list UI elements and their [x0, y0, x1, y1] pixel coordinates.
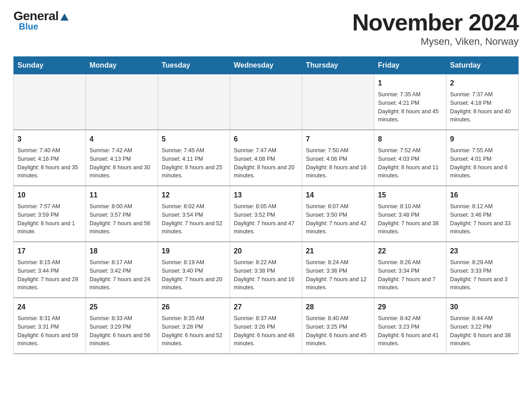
- calendar-cell: 28Sunrise: 8:40 AMSunset: 3:25 PMDayligh…: [302, 298, 374, 354]
- calendar-cell: 3Sunrise: 7:40 AMSunset: 4:16 PMDaylight…: [14, 130, 86, 186]
- day-number: 19: [162, 246, 226, 257]
- day-info: Sunrise: 8:31 AMSunset: 3:31 PMDaylight:…: [17, 314, 82, 348]
- day-number: 28: [306, 302, 370, 313]
- day-number: 25: [90, 302, 154, 313]
- calendar-row-0: 1Sunrise: 7:35 AMSunset: 4:21 PMDaylight…: [14, 74, 519, 130]
- calendar-cell: 21Sunrise: 8:24 AMSunset: 3:36 PMDayligh…: [302, 242, 374, 298]
- day-number: 16: [450, 190, 515, 201]
- day-info: Sunrise: 8:44 AMSunset: 3:22 PMDaylight:…: [450, 314, 515, 348]
- calendar-cell: 23Sunrise: 8:29 AMSunset: 3:33 PMDayligh…: [446, 242, 519, 298]
- calendar-cell: 14Sunrise: 8:07 AMSunset: 3:50 PMDayligh…: [302, 186, 374, 242]
- weekday-saturday: Saturday: [446, 57, 519, 74]
- day-number: 12: [162, 190, 226, 201]
- weekday-wednesday: Wednesday: [230, 57, 302, 74]
- svg-marker-0: [60, 13, 69, 21]
- day-info: Sunrise: 8:24 AMSunset: 3:36 PMDaylight:…: [306, 258, 370, 292]
- day-info: Sunrise: 8:29 AMSunset: 3:33 PMDaylight:…: [450, 258, 515, 292]
- calendar-cell: 29Sunrise: 8:42 AMSunset: 3:23 PMDayligh…: [374, 298, 446, 354]
- day-number: 1: [378, 78, 442, 89]
- calendar-cell: 24Sunrise: 8:31 AMSunset: 3:31 PMDayligh…: [14, 298, 86, 354]
- day-info: Sunrise: 8:22 AMSunset: 3:38 PMDaylight:…: [234, 258, 298, 292]
- day-info: Sunrise: 7:55 AMSunset: 4:01 PMDaylight:…: [450, 146, 515, 180]
- calendar-cell: 26Sunrise: 8:35 AMSunset: 3:28 PMDayligh…: [158, 298, 230, 354]
- day-number: 29: [378, 302, 442, 313]
- calendar-cell: 10Sunrise: 7:57 AMSunset: 3:59 PMDayligh…: [14, 186, 86, 242]
- day-info: Sunrise: 8:35 AMSunset: 3:28 PMDaylight:…: [162, 314, 226, 348]
- day-info: Sunrise: 8:33 AMSunset: 3:29 PMDaylight:…: [90, 314, 154, 348]
- day-number: 24: [17, 302, 82, 313]
- weekday-tuesday: Tuesday: [158, 57, 230, 74]
- day-info: Sunrise: 8:02 AMSunset: 3:54 PMDaylight:…: [162, 202, 226, 236]
- calendar-cell: 6Sunrise: 7:47 AMSunset: 4:08 PMDaylight…: [230, 130, 302, 186]
- title-block: November 2024 Mysen, Viken, Norway: [352, 9, 519, 47]
- day-number: 9: [450, 134, 515, 145]
- day-info: Sunrise: 8:10 AMSunset: 3:48 PMDaylight:…: [378, 202, 442, 236]
- calendar-cell: 27Sunrise: 8:37 AMSunset: 3:26 PMDayligh…: [230, 298, 302, 354]
- day-number: 2: [450, 78, 515, 89]
- calendar-cell: 25Sunrise: 8:33 AMSunset: 3:29 PMDayligh…: [86, 298, 158, 354]
- day-number: 22: [378, 246, 442, 257]
- day-number: 30: [450, 302, 515, 313]
- calendar-cell: 19Sunrise: 8:19 AMSunset: 3:40 PMDayligh…: [158, 242, 230, 298]
- day-number: 27: [234, 302, 298, 313]
- day-info: Sunrise: 8:07 AMSunset: 3:50 PMDaylight:…: [306, 202, 370, 236]
- weekday-monday: Monday: [86, 57, 158, 74]
- logo: General Blue: [13, 9, 69, 32]
- day-info: Sunrise: 7:42 AMSunset: 4:13 PMDaylight:…: [90, 146, 154, 180]
- calendar-cell: [302, 74, 374, 130]
- calendar-cell: 30Sunrise: 8:44 AMSunset: 3:22 PMDayligh…: [446, 298, 519, 354]
- day-number: 10: [17, 190, 82, 201]
- calendar-cell: [86, 74, 158, 130]
- calendar-row-4: 24Sunrise: 8:31 AMSunset: 3:31 PMDayligh…: [14, 298, 519, 354]
- day-info: Sunrise: 7:35 AMSunset: 4:21 PMDaylight:…: [378, 90, 442, 124]
- day-info: Sunrise: 7:47 AMSunset: 4:08 PMDaylight:…: [234, 146, 298, 180]
- day-info: Sunrise: 7:57 AMSunset: 3:59 PMDaylight:…: [17, 202, 82, 236]
- calendar-cell: 20Sunrise: 8:22 AMSunset: 3:38 PMDayligh…: [230, 242, 302, 298]
- day-number: 4: [90, 134, 154, 145]
- page-title: November 2024: [352, 9, 519, 36]
- calendar-cell: [14, 74, 86, 130]
- day-info: Sunrise: 8:12 AMSunset: 3:46 PMDaylight:…: [450, 202, 515, 236]
- calendar-cell: 17Sunrise: 8:15 AMSunset: 3:44 PMDayligh…: [14, 242, 86, 298]
- day-number: 15: [378, 190, 442, 201]
- calendar-cell: 5Sunrise: 7:45 AMSunset: 4:11 PMDaylight…: [158, 130, 230, 186]
- weekday-friday: Friday: [374, 57, 446, 74]
- calendar-cell: 22Sunrise: 8:26 AMSunset: 3:34 PMDayligh…: [374, 242, 446, 298]
- calendar-table: SundayMondayTuesdayWednesdayThursdayFrid…: [13, 56, 519, 354]
- day-number: 18: [90, 246, 154, 257]
- weekday-sunday: Sunday: [14, 57, 86, 74]
- calendar-cell: 12Sunrise: 8:02 AMSunset: 3:54 PMDayligh…: [158, 186, 230, 242]
- day-number: 23: [450, 246, 515, 257]
- calendar-cell: 9Sunrise: 7:55 AMSunset: 4:01 PMDaylight…: [446, 130, 519, 186]
- calendar-row-3: 17Sunrise: 8:15 AMSunset: 3:44 PMDayligh…: [14, 242, 519, 298]
- calendar-cell: 13Sunrise: 8:05 AMSunset: 3:52 PMDayligh…: [230, 186, 302, 242]
- logo-triangle-icon: [60, 12, 69, 21]
- day-number: 21: [306, 246, 370, 257]
- page-subtitle: Mysen, Viken, Norway: [352, 36, 519, 47]
- day-info: Sunrise: 7:52 AMSunset: 4:03 PMDaylight:…: [378, 146, 442, 180]
- day-info: Sunrise: 8:17 AMSunset: 3:42 PMDaylight:…: [90, 258, 154, 292]
- day-number: 8: [378, 134, 442, 145]
- weekday-thursday: Thursday: [302, 57, 374, 74]
- day-info: Sunrise: 8:00 AMSunset: 3:57 PMDaylight:…: [90, 202, 154, 236]
- day-info: Sunrise: 8:40 AMSunset: 3:25 PMDaylight:…: [306, 314, 370, 348]
- day-info: Sunrise: 8:05 AMSunset: 3:52 PMDaylight:…: [234, 202, 298, 236]
- calendar-cell: 18Sunrise: 8:17 AMSunset: 3:42 PMDayligh…: [86, 242, 158, 298]
- day-info: Sunrise: 8:19 AMSunset: 3:40 PMDaylight:…: [162, 258, 226, 292]
- day-info: Sunrise: 7:37 AMSunset: 4:18 PMDaylight:…: [450, 90, 515, 124]
- day-info: Sunrise: 8:37 AMSunset: 3:26 PMDaylight:…: [234, 314, 298, 348]
- day-number: 6: [234, 134, 298, 145]
- calendar-cell: 1Sunrise: 7:35 AMSunset: 4:21 PMDaylight…: [374, 74, 446, 130]
- day-info: Sunrise: 7:50 AMSunset: 4:06 PMDaylight:…: [306, 146, 370, 180]
- day-number: 20: [234, 246, 298, 257]
- day-number: 26: [162, 302, 226, 313]
- calendar-cell: 2Sunrise: 7:37 AMSunset: 4:18 PMDaylight…: [446, 74, 519, 130]
- day-number: 13: [234, 190, 298, 201]
- calendar-cell: 15Sunrise: 8:10 AMSunset: 3:48 PMDayligh…: [374, 186, 446, 242]
- day-number: 14: [306, 190, 370, 201]
- calendar-row-1: 3Sunrise: 7:40 AMSunset: 4:16 PMDaylight…: [14, 130, 519, 186]
- day-info: Sunrise: 8:42 AMSunset: 3:23 PMDaylight:…: [378, 314, 442, 348]
- day-info: Sunrise: 7:40 AMSunset: 4:16 PMDaylight:…: [17, 146, 82, 180]
- calendar-cell: 8Sunrise: 7:52 AMSunset: 4:03 PMDaylight…: [374, 130, 446, 186]
- day-info: Sunrise: 8:26 AMSunset: 3:34 PMDaylight:…: [378, 258, 442, 292]
